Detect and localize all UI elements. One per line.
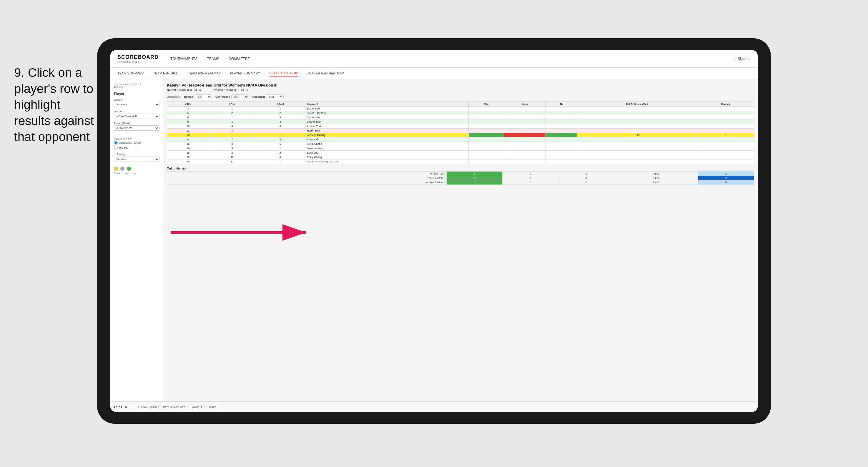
table-row[interactable]: 1691 Jessica Mason (167, 146, 754, 151)
device-screen: SCOREBOARD Powered by clippd TOURNAMENTS… (110, 50, 758, 412)
out-of-division-table: Foreign Team 1 0 0 4.500 2 NAIA Division… (167, 171, 754, 185)
grid-records: Overall Record: 353 - 34 - 6 Division Re… (167, 89, 754, 92)
table-row[interactable]: 113 Heejin Hyun (167, 129, 754, 133)
opponent-view: Opponent view Opponents Played Top 100 (114, 137, 159, 150)
divider: | (735, 57, 735, 61)
bottom-toolbar: ↩ ↪ ↻ 👁 View: Original Save Custom View … (110, 401, 758, 412)
colour-by: Colour by Win/loss Down Level Up (114, 153, 159, 175)
view-original-button[interactable]: 👁 View: Original (135, 405, 159, 409)
col-loss: Loss (504, 102, 546, 106)
table-row-jessica-huang[interactable]: 1311 Jessica Huang 0 1 0 -3.00 2 (167, 133, 754, 137)
undo-icon[interactable]: ↩ (114, 405, 117, 409)
table-row[interactable]: 613 Sydney Kuo (167, 115, 754, 120)
opponent-filter: Opponent (All) (252, 94, 284, 99)
step-number: 9. (14, 66, 24, 80)
colour-by-label: Colour by (114, 153, 159, 156)
gender-label: Gender (114, 98, 159, 101)
top-nav: SCOREBOARD Powered by clippd TOURNAMENTS… (110, 50, 758, 68)
circle-level (120, 166, 124, 171)
tab-player-summary[interactable]: PLAYER SUMMARY (230, 70, 260, 76)
forward-icon[interactable]: ↻ (124, 405, 127, 409)
nav-tournaments[interactable]: TOURNAMENTS (170, 56, 197, 62)
region-filter: Region (All) (184, 94, 212, 99)
device-frame: SCOREBOARD Powered by clippd TOURNAMENTS… (97, 38, 771, 424)
col-win: Win (468, 102, 504, 106)
filters-row: Opponents: Region (All) Conference (All) (167, 94, 754, 99)
col-reg: # Reg (209, 102, 255, 106)
col-rounds: Rounds (697, 102, 754, 106)
table-row[interactable]: NCAA Division 2 5 0 0 7.400 10 (167, 180, 754, 185)
tab-player-h2h-grid[interactable]: PLAYER H2H GRID (270, 70, 298, 76)
grid-title: Katelyn Vo Head-to-Head Grid for Women's… (167, 83, 754, 87)
instruction-body: Click on a player's row to highlight res… (14, 66, 94, 144)
table-row[interactable]: 311 Esther Lee (167, 106, 754, 111)
opponents-label: Opponents: (167, 95, 181, 98)
opponent-view-label: Opponent view (114, 137, 159, 140)
sub-nav: TEAM SUMMARY TEAM H2H GRID TEAM H2H HEAT… (110, 68, 758, 80)
watch-button[interactable]: Watch ▼ (190, 405, 205, 409)
logo-text: SCOREBOARD (117, 54, 159, 60)
sign-out-button[interactable]: Sign out (738, 56, 751, 62)
nav-teams[interactable]: TEAMS (207, 56, 219, 62)
table-row[interactable]: 522 Alexis Sudjianto (167, 111, 754, 115)
h2h-table: # Div # Reg # Conf Opponent Win Loss Tie… (167, 101, 754, 164)
division-label: Division (114, 110, 159, 113)
nav-right: | Sign out (735, 56, 751, 62)
grid-area: Katelyn Vo Head-to-Head Grid for Women's… (163, 80, 758, 401)
col-diff: Diff Av Strokes/Rnd (577, 102, 697, 106)
col-tie: Tie (546, 102, 577, 106)
player-rank-select[interactable]: 8. Katelyn Vo (114, 125, 159, 131)
share-button[interactable]: Share (207, 405, 218, 409)
logo-area: SCOREBOARD Powered by clippd (117, 54, 159, 63)
table-row[interactable]: 20117 Federica Domecq Lacroze (167, 159, 754, 164)
table-row[interactable]: 914 Sharon Mun (167, 120, 754, 124)
tab-player-h2h-heatmap[interactable]: PLAYER H2H HEATMAP (308, 70, 344, 76)
table-row[interactable]: 19106 Emily Chang (167, 155, 754, 159)
circle-up (127, 166, 131, 171)
instruction-text: 9. Click on a player's row to highlight … (14, 65, 96, 145)
table-row[interactable]: Foreign Team 1 0 0 4.500 2 (167, 172, 754, 176)
sidebar: Last Updated: 27/03/2024 16:55:28 Player… (110, 80, 163, 401)
conference-filter: Conference (All) (215, 94, 249, 99)
main-content: Last Updated: 27/03/2024 16:55:28 Player… (110, 80, 758, 401)
colour-by-select[interactable]: Win/loss (114, 157, 159, 162)
tab-team-summary[interactable]: TEAM SUMMARY (117, 70, 144, 76)
division-select[interactable]: NCAA Division III (114, 114, 159, 119)
save-custom-view-button[interactable]: Save Custom View (161, 405, 187, 409)
table-row[interactable]: NAIA Division 1 15 0 0 9.267 30 (167, 176, 754, 180)
conference-select[interactable]: (All) (231, 94, 249, 99)
view-icon: 👁 (137, 405, 140, 408)
out-of-division-label: Out of division (167, 167, 754, 170)
opponents-played-radio[interactable]: Opponents Played (114, 141, 159, 145)
last-updated: Last Updated: 27/03/2024 16:55:28 (114, 83, 159, 88)
table-row[interactable]: 1822 Euna Lee (167, 151, 754, 155)
tab-team-h2h-heatmap[interactable]: TEAM H2H HEATMAP (188, 70, 221, 76)
player-rank-label: Player (Rank) (114, 122, 159, 125)
region-select[interactable]: (All) (194, 94, 212, 99)
nav-committee[interactable]: COMMITTEE (228, 56, 250, 62)
col-opponent: Opponent (305, 102, 468, 106)
circle-down (114, 166, 118, 171)
opponent-select[interactable]: (All) (266, 94, 284, 99)
overall-record: Overall Record: 353 - 34 - 6 (167, 89, 201, 92)
circle-labels: Down Level Up (114, 172, 159, 175)
nav-items: TOURNAMENTS TEAMS COMMITTEE (170, 56, 735, 62)
tab-team-h2h-grid[interactable]: TEAM H2H GRID (153, 70, 179, 76)
table-row[interactable]: 1474 Eunice Yi (167, 137, 754, 142)
table-row[interactable]: 1585 Stella Chang (167, 142, 754, 146)
colour-circles (114, 166, 159, 171)
col-div: # Div (167, 102, 209, 106)
redo-icon[interactable]: ↪ (119, 405, 122, 409)
gender-select[interactable]: Women's (114, 102, 159, 107)
table-row[interactable]: 1063 Andrea York (167, 124, 754, 129)
logo-sub: Powered by clippd (117, 60, 159, 63)
player-section-title: Player (114, 92, 159, 96)
col-conf: # Conf (255, 102, 305, 106)
division-record: Division Record: 331 - 34 - 6 (213, 89, 248, 92)
top-100-radio[interactable]: Top 100 (114, 146, 159, 150)
